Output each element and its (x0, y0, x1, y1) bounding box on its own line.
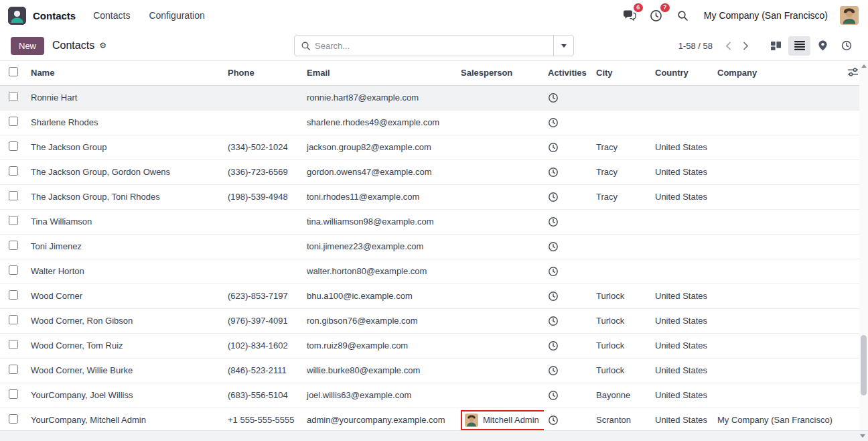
column-header-email[interactable]: Email (303, 61, 457, 85)
table-row[interactable]: Wood Corner, Ron Gibson(976)-397-4091ron… (0, 308, 868, 333)
row-checkbox[interactable] (9, 389, 18, 399)
row-checkbox[interactable] (9, 241, 18, 250)
horizontal-scrollbar[interactable] (0, 430, 868, 441)
row-checkbox[interactable] (9, 340, 18, 349)
contact-country (651, 110, 713, 135)
column-header-salesperson[interactable]: Salesperson (457, 61, 544, 85)
activity-clock-icon[interactable] (548, 216, 559, 227)
column-header-name[interactable]: Name (27, 61, 224, 85)
scroll-up-arrow-icon[interactable] (861, 64, 867, 68)
table-row[interactable]: The Jackson Group(334)-502-1024jackson.g… (0, 135, 868, 160)
list-view-button[interactable] (788, 36, 810, 56)
new-button[interactable]: New (11, 37, 44, 55)
activity-clock-icon[interactable] (548, 415, 559, 426)
activity-clock-icon[interactable] (548, 340, 559, 351)
contact-activities (544, 333, 592, 358)
contact-activities (544, 284, 592, 308)
row-checkbox-cell (0, 160, 27, 184)
row-checkbox[interactable] (9, 365, 18, 374)
activity-view-button[interactable] (835, 36, 857, 56)
row-checkbox[interactable] (9, 191, 18, 200)
company-switcher[interactable]: My Company (San Francisco) (704, 10, 828, 21)
activity-clock-icon[interactable] (548, 316, 559, 326)
contact-phone: (976)-397-4091 (224, 308, 303, 333)
activity-clock-icon[interactable] (548, 192, 559, 202)
contact-country (651, 85, 713, 110)
kanban-view-button[interactable] (765, 36, 787, 56)
table-row[interactable]: Ronnie Hartronnie.hart87@example.com (0, 85, 868, 110)
table-row[interactable]: The Jackson Group, Toni Rhodes(198)-539-… (0, 184, 868, 209)
row-checkbox[interactable] (9, 414, 18, 424)
table-row[interactable]: Toni Jimeneztoni.jimenez23@example.com (0, 234, 868, 259)
column-header-country[interactable]: Country (651, 61, 713, 85)
row-checkbox[interactable] (9, 216, 18, 225)
activity-clock-icon[interactable] (548, 142, 559, 153)
table-row[interactable]: YourCompany, Mitchell Admin+1 555-555-55… (0, 407, 868, 432)
row-checkbox[interactable] (9, 265, 18, 275)
contact-salesperson (457, 259, 544, 284)
select-all-cell (0, 61, 27, 85)
activities-icon[interactable]: 7 (649, 8, 664, 23)
pager-previous-button[interactable] (719, 37, 737, 54)
table-row[interactable]: Sharlene Rhodessharlene.rhodes49@example… (0, 110, 868, 135)
row-checkbox[interactable] (9, 141, 18, 151)
pager-next-button[interactable] (737, 37, 754, 54)
column-header-activities[interactable]: Activities (544, 61, 592, 85)
optional-columns-toggle-icon[interactable] (847, 69, 859, 79)
contact-activities (544, 234, 592, 259)
row-checkbox[interactable] (9, 290, 18, 300)
global-search-icon[interactable] (676, 8, 691, 23)
table-row[interactable]: Walter Hortonwalter.horton80@example.com (0, 259, 868, 284)
contact-email: toni.rhodes11@example.com (303, 184, 457, 209)
messages-icon[interactable]: 6 (622, 8, 637, 23)
search-dropdown-toggle[interactable] (553, 36, 573, 56)
column-header-phone[interactable]: Phone (224, 61, 303, 85)
contact-city: Tracy (592, 135, 651, 160)
contact-name: YourCompany, Joel Williss (27, 383, 224, 407)
row-checkbox[interactable] (9, 92, 18, 101)
contact-company: My Company (San Francisco) (713, 407, 837, 432)
menu-configuration[interactable]: Configuration (149, 10, 204, 21)
table-row[interactable]: Tina Williamsontina.williamson98@example… (0, 209, 868, 234)
select-all-checkbox[interactable] (9, 67, 18, 76)
activity-clock-icon[interactable] (548, 266, 559, 277)
activity-clock-icon[interactable] (548, 365, 559, 376)
scroll-down-arrow-icon[interactable] (860, 434, 865, 438)
contact-phone: +1 555-555-5555 (224, 407, 303, 432)
row-checkbox[interactable] (9, 315, 18, 324)
table-row[interactable]: The Jackson Group, Gordon Owens(336)-723… (0, 160, 868, 184)
vertical-scrollbar[interactable] (859, 62, 868, 430)
row-checkbox[interactable] (9, 166, 18, 176)
activity-clock-icon[interactable] (548, 167, 559, 178)
activity-clock-icon[interactable] (548, 117, 559, 128)
vertical-scrollbar-thumb[interactable] (861, 335, 867, 395)
user-avatar[interactable] (840, 6, 859, 25)
contacts-app-icon[interactable] (8, 7, 26, 25)
contact-phone (224, 110, 303, 135)
contact-activities (544, 160, 592, 184)
contact-city: Turlock (592, 333, 651, 358)
top-navbar: Contacts Contacts Configuration 6 7 (0, 0, 868, 31)
contact-salesperson (457, 234, 544, 259)
column-header-company[interactable]: Company (713, 61, 837, 85)
action-gear-icon[interactable]: ⚙ (99, 42, 106, 50)
activity-clock-icon[interactable] (548, 92, 559, 103)
row-checkbox[interactable] (9, 117, 18, 126)
contact-company (713, 383, 837, 407)
contact-name: Tina Williamson (27, 209, 224, 234)
contact-activities (544, 259, 592, 284)
search-input[interactable] (315, 41, 553, 51)
table-row[interactable]: Wood Corner, Tom Ruiz(102)-834-1602tom.r… (0, 333, 868, 358)
contact-company (713, 135, 837, 160)
table-row[interactable]: Wood Corner(623)-853-7197bhu.a100@ic.exa… (0, 284, 868, 308)
table-row[interactable]: YourCompany, Joel Williss(683)-556-5104j… (0, 383, 868, 407)
map-view-button[interactable] (812, 36, 834, 56)
column-header-city[interactable]: City (592, 61, 651, 85)
activity-clock-icon[interactable] (548, 241, 559, 252)
salesperson-tag[interactable]: Mitchell Admin (461, 410, 544, 430)
contact-company (713, 308, 837, 333)
activity-clock-icon[interactable] (548, 390, 559, 401)
menu-contacts[interactable]: Contacts (93, 10, 130, 21)
table-row[interactable]: Wood Corner, Willie Burke(846)-523-2111w… (0, 358, 868, 383)
activity-clock-icon[interactable] (548, 291, 559, 302)
